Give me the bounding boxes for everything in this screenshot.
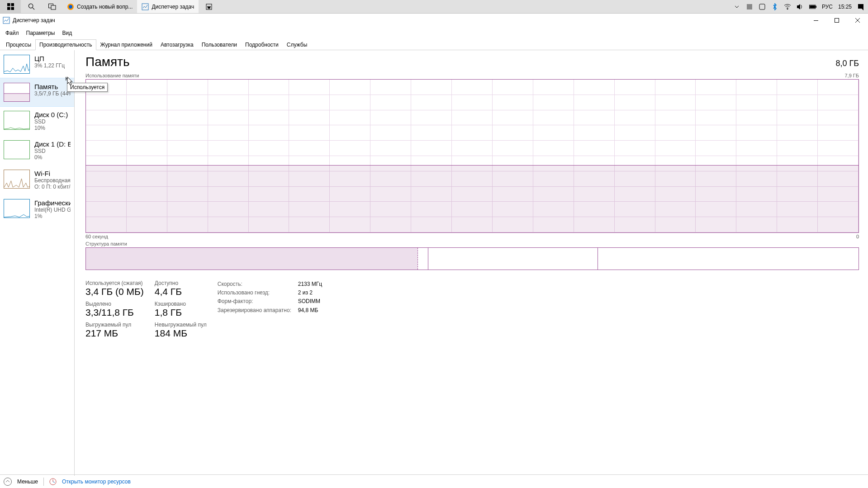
taskview-icon[interactable]	[42, 0, 62, 13]
main-panel: Память 8,0 ГБ Использование памяти 7,9 Г…	[75, 50, 868, 476]
svg-rect-7	[51, 5, 56, 9]
tray-chevron-icon[interactable]	[733, 3, 740, 10]
chart-fill	[86, 165, 859, 232]
tab-startup[interactable]: Автозагрузка	[157, 39, 198, 50]
svg-rect-27	[4, 94, 29, 101]
sidebar-item-sub: Беспроводная...	[34, 177, 71, 184]
memory-stats: Используется (сжатая) 3,4 ГБ (0 МБ) Выде…	[85, 280, 859, 342]
svg-rect-24	[835, 19, 839, 23]
taskbar-pinned-app[interactable]: w	[199, 0, 219, 13]
svg-point-9	[69, 5, 72, 9]
chevron-up-icon[interactable]	[4, 478, 12, 486]
svg-rect-3	[11, 7, 14, 10]
tab-processes[interactable]: Процессы	[2, 39, 35, 50]
stat-avail: 4,4 ГБ	[155, 286, 207, 297]
window-titlebar: Диспетчер задач	[0, 14, 868, 27]
notifications-icon[interactable]	[857, 3, 864, 10]
svg-line-5	[32, 8, 34, 9]
volume-icon[interactable]	[797, 3, 804, 10]
performance-sidebar: ЦП 3% 1,22 ГГц Память 3,5/7,9 ГБ (44%) Д…	[0, 50, 75, 476]
kv-val: SODIMM	[298, 297, 320, 306]
svg-rect-23	[814, 20, 818, 21]
tray-language[interactable]: РУС	[822, 4, 833, 10]
tab-services[interactable]: Службы	[283, 39, 311, 50]
stat-label: Невыгружаемый пул	[155, 322, 207, 328]
open-resmon-link[interactable]: Открыть монитор ресурсов	[62, 479, 131, 485]
stat-label: Используется (сжатая)	[85, 280, 144, 286]
window-title: Диспетчер задач	[13, 17, 55, 24]
memory-composition-chart[interactable]	[85, 247, 859, 270]
stat-nonpaged: 184 МБ	[155, 328, 207, 339]
sidebar-item-title: Wi-Fi	[34, 170, 71, 177]
memory-usage-chart[interactable]	[85, 79, 859, 233]
fewer-details-button[interactable]: Меньше	[17, 479, 38, 485]
sidebar-item-title: Графический	[34, 199, 71, 207]
stat-label: Выделено	[85, 301, 144, 307]
sidebar-item-sub: SSD	[34, 148, 71, 154]
svg-text:w: w	[207, 5, 211, 9]
sidebar-item-disk0[interactable]: Диск 0 (C:) SSD 10%	[0, 106, 74, 136]
svg-rect-2	[7, 7, 10, 10]
sidebar-item-cpu[interactable]: ЦП 3% 1,22 ГГц	[0, 50, 74, 78]
stat-paged: 217 МБ	[85, 328, 144, 339]
svg-marker-16	[797, 4, 800, 9]
sidebar-item-sub: 3,5/7,9 ГБ (44%)	[34, 90, 71, 97]
comp-standby	[428, 248, 598, 270]
tab-details[interactable]: Подробности	[241, 39, 283, 50]
sidebar-item-sub2: 0%	[34, 154, 71, 161]
kv-key: Использовано гнезд:	[218, 289, 294, 297]
tab-performance[interactable]: Производительность	[35, 39, 96, 50]
stat-label: Кэшировано	[155, 301, 207, 307]
menu-view[interactable]: Вид	[58, 28, 76, 38]
svg-rect-10	[142, 4, 148, 10]
kv-val: 94,8 МБ	[298, 306, 318, 315]
svg-rect-0	[7, 3, 10, 6]
menu-file[interactable]: Файл	[2, 28, 23, 38]
svg-rect-22	[3, 17, 9, 24]
sidebar-item-gpu[interactable]: Графический Intel(R) UHD Gra 1%	[0, 194, 74, 224]
sidebar-item-disk1[interactable]: Диск 1 (D: E:) SSD 0%	[0, 136, 74, 165]
taskbar-tab-label: Создать новый вопр...	[77, 4, 133, 10]
sidebar-item-wifi[interactable]: Wi-Fi Беспроводная... О: 0 П: 0 кбит/с	[0, 165, 74, 194]
sidebar-item-sub: SSD	[34, 118, 68, 125]
svg-rect-19	[810, 5, 815, 8]
tooltip: Используется	[67, 83, 108, 92]
minimize-button[interactable]	[806, 14, 826, 27]
kv-key: Скорость:	[218, 280, 294, 289]
stat-commit: 3,3/11,8 ГБ	[85, 307, 144, 318]
resmon-icon	[49, 478, 57, 485]
kv-key: Зарезервировано аппаратно:	[218, 306, 294, 315]
stat-label: Выгружаемый пул	[85, 322, 144, 328]
separator	[43, 478, 44, 486]
battery-icon[interactable]	[809, 3, 816, 10]
taskbar-tab-taskmgr[interactable]: Диспетчер задач	[137, 0, 199, 13]
close-button[interactable]	[847, 14, 868, 27]
taskbar-tab-firefox[interactable]: Создать новый вопр...	[62, 0, 137, 13]
tray-app-icon[interactable]	[746, 3, 753, 10]
comp-free	[598, 248, 859, 270]
start-button[interactable]	[0, 0, 21, 13]
search-icon[interactable]	[21, 0, 42, 13]
content-area: ЦП 3% 1,22 ГГц Память 3,5/7,9 ГБ (44%) Д…	[0, 50, 868, 476]
wifi-icon[interactable]	[784, 3, 791, 10]
sidebar-item-sub2: 10%	[34, 125, 68, 131]
tray-touchpad-icon[interactable]	[759, 3, 766, 10]
stat-used: 3,4 ГБ (0 МБ)	[85, 286, 144, 297]
comp-modified	[418, 248, 428, 270]
sidebar-item-title: Диск 0 (C:)	[34, 111, 68, 118]
bluetooth-icon[interactable]	[771, 3, 778, 10]
chart-max: 7,9 ГБ	[844, 73, 859, 78]
tray-clock[interactable]: 15:25	[838, 4, 852, 10]
svg-marker-21	[862, 9, 863, 10]
kv-val: 2133 МГц	[298, 280, 322, 289]
sidebar-item-title: Память	[34, 83, 71, 90]
tab-app-history[interactable]: Журнал приложений	[96, 39, 157, 50]
tab-users[interactable]: Пользователи	[198, 39, 241, 50]
chart-title: Использование памяти	[85, 73, 139, 78]
stat-cached: 1,8 ГБ	[155, 307, 207, 318]
sidebar-item-memory[interactable]: Память 3,5/7,9 ГБ (44%)	[0, 78, 74, 106]
sidebar-item-sub2: 1%	[34, 213, 71, 219]
taskbar-tab-label: Диспетчер задач	[152, 4, 194, 10]
menu-params[interactable]: Параметры	[23, 28, 59, 38]
maximize-button[interactable]	[826, 14, 847, 27]
